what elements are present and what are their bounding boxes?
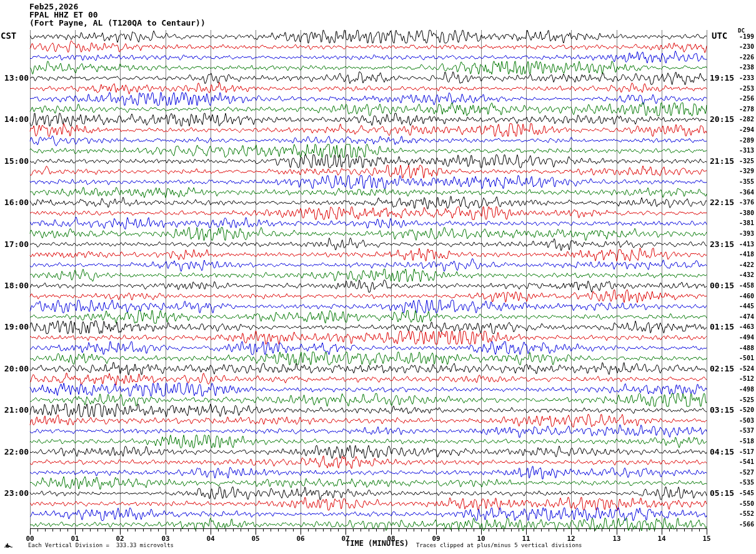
dc-offset-value: -520	[730, 407, 754, 413]
cst-hour-label: 17:00	[0, 240, 29, 248]
dc-offset-value: -313	[730, 148, 754, 154]
dc-offset-value: -238	[730, 64, 754, 71]
seismogram-canvas	[0, 0, 756, 554]
dc-offset-value: -393	[730, 231, 754, 237]
cst-hour-label: 14:00	[0, 115, 29, 123]
dc-offset-value: -460	[730, 293, 754, 300]
dc-offset-value: -233	[730, 75, 754, 81]
dc-offset-value: -541	[730, 459, 754, 465]
x-axis-tick-label: 06	[294, 535, 307, 542]
x-axis-tick-label: 11	[519, 535, 533, 542]
x-axis-tick-label: 04	[204, 535, 217, 542]
cst-hour-label: 19:00	[0, 323, 29, 331]
dc-offset-value: -364	[730, 189, 754, 196]
x-axis-tick-label: 03	[159, 535, 172, 542]
dc-offset-value: -230	[730, 44, 754, 50]
dc-offset-value: -518	[730, 438, 754, 445]
mini-seismogram-icon	[4, 543, 13, 548]
dc-offset-value: -527	[730, 470, 754, 476]
cst-hour-label: 18:00	[0, 281, 29, 290]
x-axis-tick-label: 12	[564, 535, 578, 542]
dc-offset-value: -418	[730, 251, 754, 258]
dc-offset-value: -253	[730, 86, 754, 92]
dc-offset-value: -503	[730, 418, 754, 424]
dc-offset-value: -494	[730, 335, 754, 341]
dc-offset-value: -226	[730, 54, 754, 61]
dc-offset-value: -199	[730, 34, 754, 40]
dc-offset-value: -550	[730, 501, 754, 507]
dc-offset-value: -278	[730, 106, 754, 113]
cst-hour-label: 22:00	[0, 448, 29, 456]
x-axis-title: TIME (MINUTES)	[346, 540, 409, 547]
cst-hour-label: 15:00	[0, 157, 29, 165]
x-axis-tick-label: 02	[113, 535, 127, 542]
helicorder-screen: Feb25,2026 FPAL HHZ ET 00 (Fort Payne, A…	[0, 0, 756, 554]
right-timezone-label: UTC	[712, 31, 727, 40]
x-axis-tick-label: 13	[610, 535, 624, 542]
dc-offset-value: -422	[730, 262, 754, 268]
dc-offset-value: -381	[730, 220, 754, 226]
dc-offset-value: -432	[730, 272, 754, 278]
x-axis-tick-label: 09	[429, 535, 443, 542]
dc-offset-value: -289	[730, 138, 754, 144]
dc-offset-value: -474	[730, 314, 754, 320]
dc-offset-value: -294	[730, 127, 754, 133]
dc-offset-value: -329	[730, 168, 754, 174]
dc-offset-value: -537	[730, 428, 754, 434]
x-axis-tick-label: 14	[655, 535, 669, 542]
dc-offset-value: -488	[730, 345, 754, 351]
dc-offset-value: -501	[730, 355, 754, 361]
cst-hour-label: 13:00	[0, 74, 29, 82]
x-axis-tick-label: 01	[68, 535, 82, 542]
dc-offset-value: -458	[730, 283, 754, 289]
title-location: (Fort Payne, AL (T120QA to Centaur))	[29, 19, 206, 27]
dc-offset-value: -376	[730, 199, 754, 206]
dc-offset-value: -445	[730, 303, 754, 310]
dc-offset-value: -525	[730, 397, 754, 403]
dc-offset-value: -545	[730, 490, 754, 496]
scale-note: Each Vertical Division = 333.33 microvol…	[28, 543, 174, 548]
dc-offset-value: -282	[730, 116, 754, 123]
dc-offset-value: -498	[730, 386, 754, 393]
dc-offset-value: -552	[730, 511, 754, 517]
dc-offset-value: -325	[730, 158, 754, 164]
dc-offset-value: -535	[730, 480, 754, 486]
x-axis-tick-label: 10	[474, 535, 488, 542]
x-axis-tick-label: 05	[249, 535, 262, 542]
dc-offset-value: -524	[730, 366, 754, 372]
cst-hour-label: 21:00	[0, 406, 29, 414]
dc-offset-value: -512	[730, 376, 754, 382]
cst-hour-label: 23:00	[0, 489, 29, 497]
left-timezone-label: CST	[1, 31, 16, 40]
clip-note: Traces clipped at plus/minus 5 vertical …	[416, 543, 582, 548]
dc-offset-value: -413	[730, 241, 754, 248]
dc-offset-value: -256	[730, 96, 754, 102]
dc-offset-value: -355	[730, 179, 754, 185]
dc-offset-value: -566	[730, 521, 754, 528]
dc-offset-value: -517	[730, 449, 754, 455]
x-axis-tick-label: 15	[700, 535, 714, 542]
dc-offset-value: -380	[730, 210, 754, 216]
x-axis-tick-label: 00	[23, 535, 37, 542]
cst-hour-label: 20:00	[0, 365, 29, 373]
cst-hour-label: 16:00	[0, 198, 29, 206]
dc-offset-value: -463	[730, 324, 754, 330]
